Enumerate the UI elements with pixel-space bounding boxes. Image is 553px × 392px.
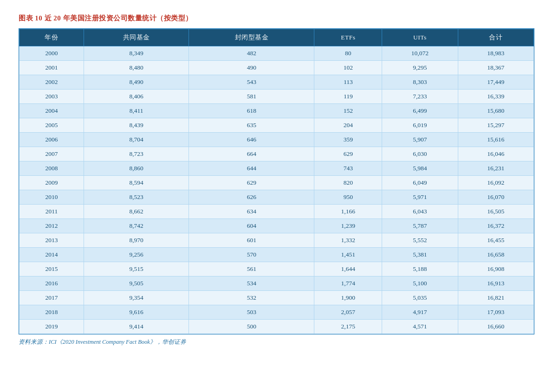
data-cell: 80 xyxy=(314,46,382,61)
data-cell: 16,913 xyxy=(458,276,533,291)
table-row: 20058,4396352046,01915,297 xyxy=(20,118,534,133)
data-cell: 646 xyxy=(189,133,314,147)
data-cell: 8,662 xyxy=(84,205,189,219)
data-cell: 503 xyxy=(189,305,314,320)
data-cell: 626 xyxy=(189,190,314,205)
data-cell: 102 xyxy=(314,61,382,75)
year-cell: 2013 xyxy=(20,233,84,248)
source-text: 资料来源：ICI《2020 Investment Company Fact Bo… xyxy=(19,338,534,346)
data-cell: 629 xyxy=(189,176,314,190)
data-cell: 4,917 xyxy=(382,305,458,320)
data-cell: 18,983 xyxy=(458,46,533,61)
data-cell: 9,414 xyxy=(84,320,189,334)
data-cell: 16,505 xyxy=(458,205,533,219)
data-cell: 635 xyxy=(189,118,314,133)
col-header-4: UITs xyxy=(382,29,458,46)
table-row: 20008,3494828010,07218,983 xyxy=(20,46,534,61)
data-cell: 8,594 xyxy=(84,176,189,190)
table-row: 20138,9706011,3325,55216,455 xyxy=(20,233,534,248)
data-cell: 16,092 xyxy=(458,176,533,190)
table-row: 20018,4804901029,29518,367 xyxy=(20,61,534,75)
data-cell: 581 xyxy=(189,90,314,104)
year-cell: 2008 xyxy=(20,161,84,176)
data-cell: 18,367 xyxy=(458,61,533,75)
year-cell: 2011 xyxy=(20,205,84,219)
data-cell: 5,381 xyxy=(382,248,458,262)
year-cell: 2001 xyxy=(20,61,84,75)
data-cell: 8,303 xyxy=(382,75,458,90)
data-cell: 601 xyxy=(189,233,314,248)
year-cell: 2018 xyxy=(20,305,84,320)
data-cell: 8,439 xyxy=(84,118,189,133)
year-cell: 2014 xyxy=(20,248,84,262)
data-cell: 16,821 xyxy=(458,291,533,305)
data-cell: 2,175 xyxy=(314,320,382,334)
col-header-2: 封闭型基金 xyxy=(189,29,314,46)
data-cell: 604 xyxy=(189,219,314,233)
data-cell: 1,900 xyxy=(314,291,382,305)
data-cell: 634 xyxy=(189,205,314,219)
data-cell: 6,049 xyxy=(382,176,458,190)
table-header: 年份共同基金封闭型基金ETFsUITs合计 xyxy=(20,29,534,46)
data-cell: 16,660 xyxy=(458,320,533,334)
data-cell: 6,499 xyxy=(382,104,458,118)
data-cell: 16,046 xyxy=(458,147,533,161)
data-cell: 8,349 xyxy=(84,46,189,61)
data-cell: 6,043 xyxy=(382,205,458,219)
data-cell: 490 xyxy=(189,61,314,75)
data-cell: 8,523 xyxy=(84,190,189,205)
year-cell: 2005 xyxy=(20,118,84,133)
data-cell: 5,907 xyxy=(382,133,458,147)
data-cell: 5,971 xyxy=(382,190,458,205)
data-cell: 1,239 xyxy=(314,219,382,233)
data-cell: 5,787 xyxy=(382,219,458,233)
col-header-1: 共同基金 xyxy=(84,29,189,46)
data-cell: 15,616 xyxy=(458,133,533,147)
col-header-0: 年份 xyxy=(20,29,84,46)
data-cell: 16,372 xyxy=(458,219,533,233)
year-cell: 2000 xyxy=(20,46,84,61)
data-cell: 8,406 xyxy=(84,90,189,104)
data-cell: 17,449 xyxy=(458,75,533,90)
table-row: 20088,8606447435,98416,231 xyxy=(20,161,534,176)
data-cell: 8,490 xyxy=(84,75,189,90)
data-cell: 113 xyxy=(314,75,382,90)
data-cell: 820 xyxy=(314,176,382,190)
data-cell: 8,723 xyxy=(84,147,189,161)
data-cell: 500 xyxy=(189,320,314,334)
data-cell: 618 xyxy=(189,104,314,118)
data-table: 年份共同基金封闭型基金ETFsUITs合计 20008,3494828010,0… xyxy=(19,29,534,334)
data-cell: 8,480 xyxy=(84,61,189,75)
table-row: 20169,5055341,7745,10016,913 xyxy=(20,276,534,291)
data-cell: 10,072 xyxy=(382,46,458,61)
year-cell: 2019 xyxy=(20,320,84,334)
year-cell: 2003 xyxy=(20,90,84,104)
data-cell: 8,860 xyxy=(84,161,189,176)
col-header-5: 合计 xyxy=(458,29,533,46)
year-cell: 2006 xyxy=(20,133,84,147)
data-cell: 9,505 xyxy=(84,276,189,291)
data-cell: 1,451 xyxy=(314,248,382,262)
data-cell: 16,070 xyxy=(458,190,533,205)
table-row: 20199,4145002,1754,57116,660 xyxy=(20,320,534,334)
year-cell: 2004 xyxy=(20,104,84,118)
table-body: 20008,3494828010,07218,98320018,48049010… xyxy=(20,46,534,334)
data-cell: 359 xyxy=(314,133,382,147)
table-row: 20098,5946298206,04916,092 xyxy=(20,176,534,190)
data-table-wrapper: 年份共同基金封闭型基金ETFsUITs合计 20008,3494828010,0… xyxy=(19,28,534,334)
table-row: 20179,3545321,9005,03516,821 xyxy=(20,291,534,305)
data-cell: 9,515 xyxy=(84,262,189,276)
data-cell: 570 xyxy=(189,248,314,262)
year-cell: 2012 xyxy=(20,219,84,233)
data-cell: 9,354 xyxy=(84,291,189,305)
data-cell: 1,166 xyxy=(314,205,382,219)
data-cell: 5,984 xyxy=(382,161,458,176)
data-cell: 16,455 xyxy=(458,233,533,248)
data-cell: 743 xyxy=(314,161,382,176)
data-cell: 8,411 xyxy=(84,104,189,118)
table-row: 20149,2565701,4515,38116,658 xyxy=(20,248,534,262)
data-cell: 6,030 xyxy=(382,147,458,161)
chart-title: 图表 10 近 20 年美国注册投资公司数量统计（按类型） xyxy=(19,14,534,23)
data-cell: 532 xyxy=(189,291,314,305)
data-cell: 482 xyxy=(189,46,314,61)
